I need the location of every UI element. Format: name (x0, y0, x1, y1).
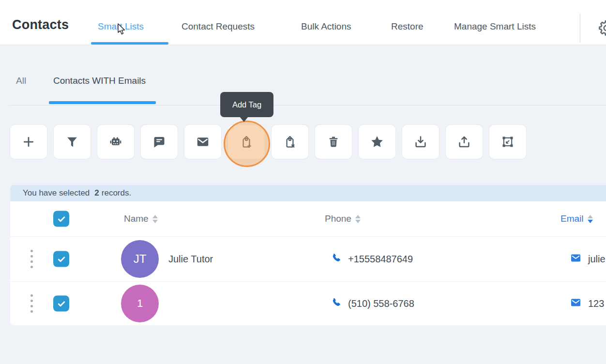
envelope-icon (569, 252, 582, 266)
page-title: Contacts (12, 17, 69, 32)
smartlist-tab-all[interactable]: All (16, 76, 26, 86)
remove-tag-button[interactable] (272, 125, 308, 159)
column-header-email[interactable]: Email (561, 213, 593, 224)
tab-manage-smart-lists[interactable]: Manage Smart Lists (454, 21, 536, 32)
avatar-initials: JT (134, 252, 147, 266)
column-header-phone[interactable]: Phone (325, 213, 361, 224)
favorite-button[interactable] (359, 125, 395, 159)
selection-banner-suffix: records. (102, 188, 131, 198)
avatar[interactable]: JT (121, 240, 159, 278)
table-row: 1 (510) 558-6768 123 (10, 282, 606, 325)
mouse-cursor (116, 23, 127, 36)
filter-button[interactable] (54, 125, 91, 159)
add-contact-button[interactable] (10, 125, 47, 159)
email-address: 123 (588, 298, 604, 309)
active-tab-underline (91, 42, 168, 45)
selection-banner: You have selected2records. (10, 185, 606, 201)
top-navigation-bar: Contacts Smart Lists Contact Requests Bu… (0, 0, 606, 45)
upload-icon (457, 135, 471, 149)
tooltip-text: Add Tag (232, 100, 261, 109)
active-smartlist-underline (49, 101, 156, 104)
selection-banner-prefix: You have selected (23, 188, 90, 198)
bulk-action-toolbar (10, 125, 526, 159)
tab-restore[interactable]: Restore (391, 21, 424, 32)
tab-contact-requests[interactable]: Contact Requests (182, 21, 255, 32)
contact-name[interactable]: Julie Tutor (168, 254, 213, 265)
tag-add-icon (239, 134, 254, 150)
export-button[interactable] (446, 125, 483, 159)
envelope-icon (196, 135, 210, 149)
sort-arrows-phone-icon (355, 215, 361, 223)
contact-phone-cell[interactable]: +15558487649 (331, 252, 413, 266)
add-tag-button[interactable] (228, 125, 265, 159)
delete-button[interactable] (315, 125, 352, 159)
tab-bulk-actions[interactable]: Bulk Actions (301, 21, 351, 32)
sort-arrows-name-icon (152, 215, 158, 223)
download-icon (413, 135, 428, 149)
row-checkbox[interactable] (53, 251, 69, 267)
trash-icon (327, 135, 340, 149)
avatar[interactable]: 1 (121, 285, 159, 322)
gear-icon[interactable] (597, 18, 606, 38)
merge-button[interactable] (489, 125, 526, 159)
merge-icon (501, 135, 515, 149)
automation-button[interactable] (97, 125, 134, 159)
send-email-button[interactable] (184, 125, 221, 159)
phone-number: +15558487649 (348, 254, 413, 265)
select-all-checkbox[interactable] (53, 211, 69, 227)
sort-arrows-email-icon (588, 215, 593, 223)
column-label-email: Email (561, 213, 584, 224)
send-sms-button[interactable] (141, 125, 178, 159)
row-checkbox[interactable] (53, 296, 69, 312)
tag-remove-icon (282, 134, 298, 150)
smartlist-tab-contacts-with-emails[interactable]: Contacts WITH Emails (53, 76, 146, 86)
contacts-table: You have selected2records. Name Phone (10, 185, 606, 325)
tooltip-arrow (240, 117, 248, 122)
nav-divider (580, 14, 580, 43)
avatar-initials: 1 (137, 297, 143, 310)
column-label-phone: Phone (325, 213, 351, 224)
email-address: julie (588, 254, 606, 265)
phone-icon (331, 252, 342, 266)
chat-icon (152, 135, 166, 149)
star-icon (370, 135, 384, 149)
robot-icon (108, 135, 123, 149)
phone-icon (331, 297, 342, 310)
envelope-icon (569, 297, 582, 310)
tooltip-add-tag: Add Tag (220, 92, 273, 117)
filter-icon (65, 135, 79, 149)
column-label-name: Name (124, 213, 149, 224)
table-row: JT Julie Tutor +15558487649 julie (10, 237, 606, 282)
row-menu-dots-icon[interactable] (30, 250, 33, 268)
contact-phone-cell[interactable]: (510) 558-6768 (331, 297, 414, 310)
contact-email-cell[interactable]: julie (569, 252, 606, 266)
column-header-name[interactable]: Name (124, 213, 158, 224)
import-button[interactable] (402, 125, 439, 159)
table-header-row: Name Phone Email (10, 201, 606, 237)
row-menu-dots-icon[interactable] (30, 294, 33, 313)
phone-number: (510) 558-6768 (348, 298, 414, 309)
contact-email-cell[interactable]: 123 (569, 297, 604, 310)
subtab-divider (9, 105, 606, 106)
plus-icon (21, 135, 36, 149)
selection-count: 2 (94, 188, 99, 198)
